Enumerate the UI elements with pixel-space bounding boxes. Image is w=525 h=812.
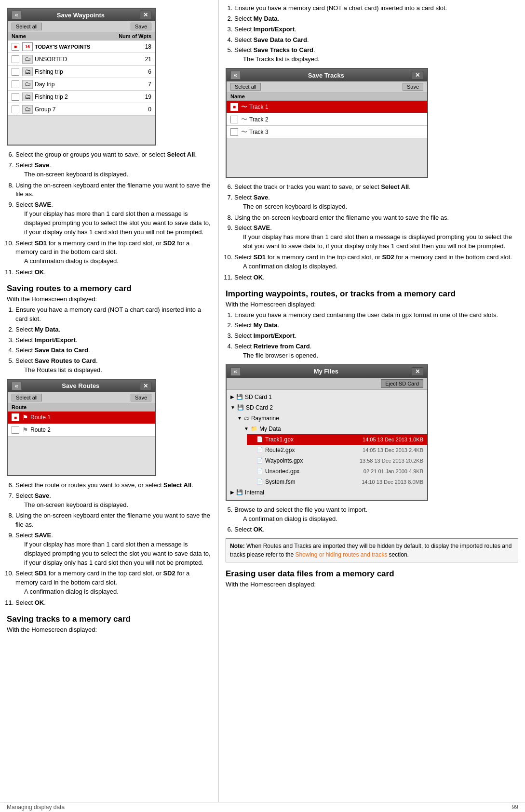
step7-sub: The on-screen keyboard is displayed. — [24, 170, 212, 179]
table-row[interactable]: 🗂 Fishing trip 2 19 — [8, 91, 155, 103]
tracks-steps-6-11: Select the track or tracks you want to s… — [234, 183, 518, 282]
table-row[interactable]: ⚑ Route 2 — [8, 424, 155, 437]
save-routes-widget: « Save Routes ✕ Select all Save Route ■ … — [7, 379, 156, 476]
list-item[interactable]: ▼ 📁 My Data — [240, 424, 427, 434]
row-name: Track 1 — [249, 104, 423, 110]
row-checkbox[interactable] — [230, 128, 238, 136]
table-row[interactable]: ■ 〜 Track 1 — [227, 101, 427, 113]
row-checkbox[interactable]: ■ — [12, 43, 19, 51]
t-step8: Using the on-screen keyboard enter the f… — [234, 214, 449, 221]
close-button[interactable]: ✕ — [412, 71, 423, 80]
t-step1: Ensure you have a memory card (NOT a cha… — [234, 4, 447, 12]
row-checkbox[interactable] — [12, 68, 19, 76]
select-all-button[interactable]: Select all — [12, 23, 42, 30]
row-checkbox[interactable] — [230, 116, 238, 123]
close-button[interactable]: ✕ — [412, 367, 423, 376]
r-step3: Select Import/Export. — [15, 336, 78, 344]
t-step4: Select Save Data to Card. — [234, 36, 309, 43]
list-item: Browse to and select the file you want t… — [234, 506, 518, 524]
back-button[interactable]: « — [230, 71, 241, 80]
save-waypoints-title: Save Waypoints — [57, 12, 105, 19]
file-icon: 📄 — [256, 468, 263, 474]
back-button[interactable]: « — [12, 382, 22, 390]
r-step7-sub: The on-screen keyboard is displayed. — [24, 501, 212, 510]
file-name: SD Card 1 — [245, 394, 272, 400]
my-files-title: My Files — [314, 368, 338, 375]
save-button[interactable]: Save — [403, 83, 423, 91]
save-routes-header: « Save Routes ✕ — [8, 380, 155, 392]
file-name: Route2.gpx — [265, 447, 295, 453]
select-all-button[interactable]: Select all — [12, 394, 42, 401]
folder-icon: 🗂 — [22, 55, 33, 64]
left-column: « Save Waypoints ✕ Select all Save Name … — [0, 0, 219, 812]
row-count: 18 — [113, 43, 151, 50]
list-item[interactable]: ▶ 💾 Internal — [227, 487, 427, 498]
list-item: Select Retrieve from Card. The file brow… — [234, 342, 518, 360]
row-checkbox[interactable]: ■ — [230, 103, 238, 111]
r-step10: Select SD1 for a memory card in the top … — [15, 570, 189, 586]
list-item[interactable]: ▶ 📄 Unsorted.gpx 02:21 01 Jan 2000 4.9KB — [247, 466, 427, 477]
row-checkbox[interactable] — [12, 426, 19, 434]
table-row[interactable]: 〜 Track 3 — [227, 126, 427, 138]
r-step10-sub: A confirmation dialog is displayed. — [24, 587, 212, 597]
close-button[interactable]: ✕ — [140, 11, 151, 19]
file-meta: 14:10 13 Dec 2013 8.0MB — [362, 479, 423, 485]
table-row[interactable]: ■ 16 TODAY'S WAYPOINTS 18 — [8, 40, 155, 53]
list-item: Select SD1 for a memory card in the top … — [234, 253, 518, 271]
back-button[interactable]: « — [230, 367, 241, 376]
row-checkbox[interactable] — [12, 55, 19, 63]
i-step4-sub: The file browser is opened. — [243, 351, 518, 360]
showing-hiding-link[interactable]: Showing or hiding routes and tracks — [295, 551, 387, 558]
row-count: 6 — [113, 68, 151, 75]
select-all-button[interactable]: Select all — [230, 83, 261, 91]
table-row[interactable]: 🗂 Group 7 0 — [8, 103, 155, 116]
table-row[interactable]: 〜 Track 2 — [227, 113, 427, 126]
list-item[interactable]: ▶ 📄 System.fsm 14:10 13 Dec 2013 8.0MB — [247, 477, 427, 487]
folder-icon: 🗂 — [22, 105, 33, 114]
table-row[interactable]: 🗂 Fishing trip 6 — [8, 66, 155, 78]
widget-body — [8, 437, 155, 475]
col-name-label: Name — [230, 93, 423, 99]
row-count: 21 — [113, 56, 151, 63]
list-item: Ensure you have a memory card (NOT a cha… — [234, 4, 518, 13]
save-routes-title: Save Routes — [62, 382, 99, 389]
my-files-widget: « My Files ✕ Eject SD Card ▶ 💾 SD Card 1… — [226, 364, 428, 501]
folder-icon: 🗂 — [22, 93, 33, 101]
list-item: Select Import/Export. — [234, 332, 518, 341]
list-item[interactable]: ▶ 📄 Route2.gpx 14:05 13 Dec 2013 2.4KB — [247, 445, 427, 455]
r-step2: Select My Data. — [15, 326, 60, 333]
close-button[interactable]: ✕ — [140, 382, 151, 390]
eject-button[interactable]: Eject SD Card — [381, 379, 423, 388]
row-checkbox[interactable]: ■ — [12, 413, 19, 421]
list-item[interactable]: ▶ 💾 SD Card 1 — [227, 392, 427, 402]
row-name: Track 3 — [249, 129, 423, 135]
list-item[interactable]: ▼ 💾 SD Card 2 — [227, 402, 427, 413]
list-item[interactable]: ▶ 📄 Waypoints.gpx 13:58 13 Dec 2013 20.2… — [247, 455, 427, 466]
row-name: Fishing trip 2 — [35, 93, 113, 100]
row-checkbox[interactable] — [12, 106, 19, 113]
table-row[interactable]: ■ ⚑ Route 1 — [8, 412, 155, 424]
list-item: Select OK. — [234, 273, 518, 282]
track-icon: 〜 — [241, 103, 247, 111]
back-button[interactable]: « — [12, 11, 22, 19]
save-button[interactable]: Save — [131, 23, 151, 30]
col-route-label: Route — [12, 404, 151, 410]
list-item[interactable]: ▶ 📄 Track1.gpx 14:05 13 Dec 2013 1.0KB — [247, 434, 427, 445]
files-toolbar: Eject SD Card — [227, 378, 427, 390]
r-step4: Select Save Data to Card. — [15, 346, 90, 354]
step10-text: Select SD1 for a memory card in the top … — [15, 240, 189, 256]
file-meta: 14:05 13 Dec 2013 1.0KB — [363, 437, 423, 442]
list-item[interactable]: ▼ 🗂 Raymarine — [233, 413, 427, 424]
table-row[interactable]: 🗂 UNSORTED 21 — [8, 53, 155, 66]
col-name-label: Name — [12, 33, 113, 39]
track-icon: 〜 — [241, 128, 247, 136]
row-checkbox[interactable] — [12, 80, 19, 88]
tracks-column-header: Name — [227, 93, 427, 101]
tree-arrow-icon: ▶ — [230, 490, 234, 495]
row-name: Day trip — [35, 81, 113, 88]
list-item: Select Save Tracks to Card. The Tracks l… — [234, 46, 518, 64]
row-checkbox[interactable] — [12, 93, 19, 101]
list-item: Select Save Data to Card. — [15, 346, 212, 355]
save-button[interactable]: Save — [131, 394, 151, 401]
table-row[interactable]: 🗂 Day trip 7 — [8, 78, 155, 91]
